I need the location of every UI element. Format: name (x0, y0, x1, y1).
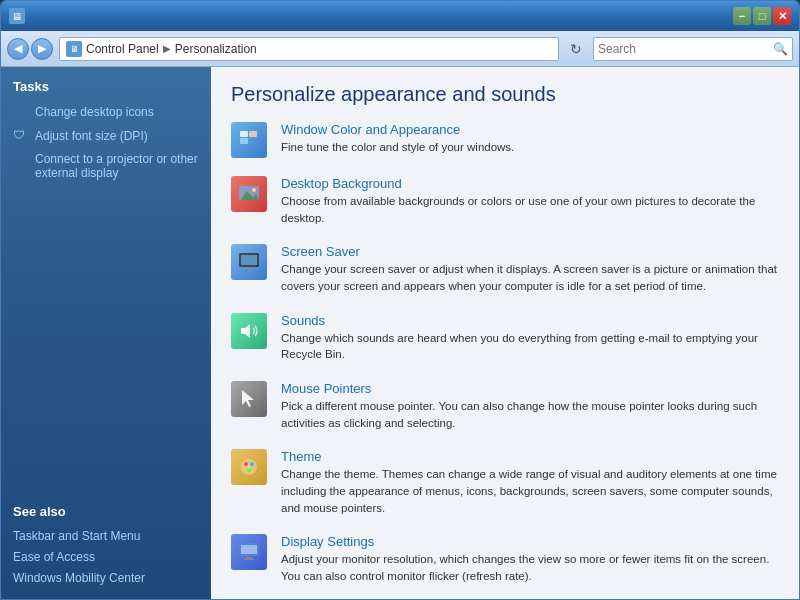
settings-item-display-settings: Display SettingsAdjust your monitor reso… (231, 534, 779, 584)
sidebar-item-projector[interactable]: Connect to a projector or other external… (13, 150, 199, 182)
window-color-icon (231, 122, 267, 158)
maximize-button[interactable]: □ (753, 7, 771, 25)
tasks-title: Tasks (13, 79, 199, 94)
close-button[interactable]: ✕ (773, 7, 791, 25)
settings-list: Window Color and AppearanceFine tune the… (231, 122, 779, 585)
window-icon: 🖥 (9, 8, 25, 24)
desktop-background-title[interactable]: Desktop Background (281, 176, 402, 191)
screen-saver-text: Screen SaverChange your screen saver or … (281, 244, 779, 294)
display-settings-title[interactable]: Display Settings (281, 534, 374, 549)
projector-icon (13, 158, 29, 174)
breadcrumb-separator: ▶ (163, 43, 171, 54)
taskbar-label: Taskbar and Start Menu (13, 529, 140, 543)
page-title: Personalize appearance and sounds (231, 83, 779, 106)
forward-button[interactable]: ▶ (31, 38, 53, 60)
theme-icon (231, 449, 267, 485)
settings-item-theme: ThemeChange the theme. Themes can change… (231, 449, 779, 516)
sounds-description: Change which sounds are heard when you d… (281, 330, 779, 363)
breadcrumb-root[interactable]: Control Panel (86, 42, 159, 56)
svg-marker-9 (241, 324, 250, 338)
svg-point-13 (250, 462, 254, 466)
display-settings-description: Adjust your monitor resolution, which ch… (281, 551, 779, 584)
svg-rect-1 (240, 138, 248, 144)
theme-text: ThemeChange the theme. Themes can change… (281, 449, 779, 516)
sidebar-item-mobility-center[interactable]: Windows Mobility Center (13, 569, 199, 587)
search-bar[interactable]: 🔍 (593, 37, 793, 61)
theme-description: Change the theme. Themes can change a wi… (281, 466, 779, 516)
mouse-pointers-title[interactable]: Mouse Pointers (281, 381, 371, 396)
sidebar-item-adjust-font[interactable]: 🛡 Adjust font size (DPI) (13, 126, 199, 146)
mouse-pointers-icon (231, 381, 267, 417)
breadcrumb-current: Personalization (175, 42, 257, 56)
sounds-icon (231, 313, 267, 349)
svg-rect-2 (249, 131, 257, 137)
sidebar-item-ease-of-access[interactable]: Ease of Access (13, 548, 199, 566)
see-also-title: See also (13, 504, 199, 519)
sidebar-link-label: Adjust font size (DPI) (35, 129, 148, 143)
sidebar: Tasks Change desktop icons 🛡 Adjust font… (1, 67, 211, 599)
sidebar-link-label: Change desktop icons (35, 105, 154, 119)
sidebar-item-change-desktop-icons[interactable]: Change desktop icons (13, 102, 199, 122)
svg-point-14 (247, 468, 251, 472)
title-bar-left: 🖥 (9, 8, 25, 24)
refresh-button[interactable]: ↻ (565, 38, 587, 60)
nav-buttons: ◀ ▶ (7, 38, 53, 60)
desktop-background-text: Desktop BackgroundChoose from available … (281, 176, 779, 226)
screen-saver-title[interactable]: Screen Saver (281, 244, 360, 259)
sidebar-link-label: Connect to a projector or other external… (35, 152, 199, 180)
ease-of-access-label: Ease of Access (13, 550, 95, 564)
svg-point-15 (248, 466, 251, 469)
search-icon[interactable]: 🔍 (773, 42, 788, 56)
theme-title[interactable]: Theme (281, 449, 321, 464)
content-area: Personalize appearance and sounds Window… (211, 67, 799, 599)
display-settings-text: Display SettingsAdjust your monitor reso… (281, 534, 779, 584)
minimize-button[interactable]: − (733, 7, 751, 25)
breadcrumb[interactable]: 🖥 Control Panel ▶ Personalization (59, 37, 559, 61)
window-color-text: Window Color and AppearanceFine tune the… (281, 122, 514, 156)
settings-item-sounds: SoundsChange which sounds are heard when… (231, 313, 779, 363)
svg-rect-0 (240, 131, 248, 137)
back-button[interactable]: ◀ (7, 38, 29, 60)
mobility-center-label: Windows Mobility Center (13, 571, 145, 585)
screen-saver-icon (231, 244, 267, 280)
mouse-pointers-description: Pick a different mouse pointer. You can … (281, 398, 779, 431)
svg-marker-10 (242, 390, 254, 407)
svg-point-12 (244, 462, 248, 466)
window-color-title[interactable]: Window Color and Appearance (281, 122, 460, 137)
window-color-description: Fine tune the color and style of your wi… (281, 139, 514, 156)
desktop-icons-icon (13, 104, 29, 120)
title-bar-controls: − □ ✕ (733, 7, 791, 25)
search-input[interactable] (598, 42, 769, 56)
title-bar: 🖥 − □ ✕ (1, 1, 799, 31)
sounds-text: SoundsChange which sounds are heard when… (281, 313, 779, 363)
desktop-background-description: Choose from available backgrounds or col… (281, 193, 779, 226)
main-area: Tasks Change desktop icons 🛡 Adjust font… (1, 67, 799, 599)
sidebar-item-taskbar[interactable]: Taskbar and Start Menu (13, 527, 199, 545)
display-settings-icon (231, 534, 267, 570)
screen-saver-description: Change your screen saver or adjust when … (281, 261, 779, 294)
sounds-title[interactable]: Sounds (281, 313, 325, 328)
settings-item-screen-saver: Screen SaverChange your screen saver or … (231, 244, 779, 294)
desktop-background-icon (231, 176, 267, 212)
breadcrumb-icon: 🖥 (66, 41, 82, 57)
svg-rect-7 (241, 255, 257, 265)
svg-point-5 (252, 188, 256, 192)
settings-item-window-color: Window Color and AppearanceFine tune the… (231, 122, 779, 158)
address-bar: ◀ ▶ 🖥 Control Panel ▶ Personalization ↻ … (1, 31, 799, 67)
settings-item-mouse-pointers: Mouse PointersPick a different mouse poi… (231, 381, 779, 431)
mouse-pointers-text: Mouse PointersPick a different mouse poi… (281, 381, 779, 431)
svg-rect-19 (244, 559, 254, 560)
svg-rect-18 (246, 557, 252, 559)
main-window: 🖥 − □ ✕ ◀ ▶ 🖥 Control Panel ▶ Personaliz… (0, 0, 800, 600)
settings-item-desktop-background: Desktop BackgroundChoose from available … (231, 176, 779, 226)
svg-rect-8 (246, 268, 252, 270)
svg-rect-17 (241, 545, 257, 554)
font-size-icon: 🛡 (13, 128, 29, 144)
